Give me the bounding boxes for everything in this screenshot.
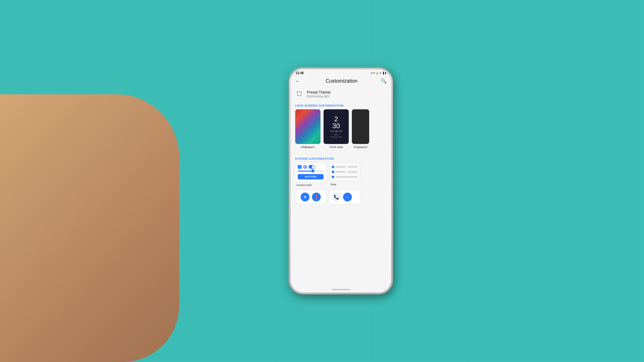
lock-screen-items: Wallpapers 2 30 Tue, Nov 29 99% Thickn: [291, 109, 391, 152]
status-bar: 12:48 N ▾ 🔒 ▾ ▐ ▮: [291, 69, 391, 76]
accent-toggle[interactable]: [308, 165, 315, 169]
phone-case: 12:48 N ▾ 🔒 ▾ ▐ ▮ ← Customization 🔍: [289, 68, 393, 294]
phone-icon: 📞: [332, 193, 341, 201]
tone-bar-1: [336, 166, 346, 167]
icon-card-1[interactable]: ▾ 📍: [295, 190, 326, 204]
clock-minute: 30: [332, 123, 340, 129]
accent-color-card[interactable]: BUTTON: [295, 162, 326, 182]
accent-color-label: Accent color: [295, 184, 326, 187]
tone-dot-1: [332, 166, 334, 168]
tone-row-1: [332, 166, 358, 168]
clock-thumbnail: 2 30 Tue, Nov 29 99% Thickness slider: [323, 109, 349, 144]
nav-icon-1: ▾: [301, 193, 309, 201]
section-divider: [291, 153, 391, 153]
wallpapers-label: Wallpapers: [301, 145, 315, 149]
tone-bar-1b: [347, 166, 358, 167]
accent-checkbox[interactable]: [298, 165, 302, 169]
nav-icon-2: 📍: [312, 193, 321, 201]
hand-background: [0, 94, 179, 362]
tone-bar-2: [336, 171, 346, 173]
accent-color-container: BUTTON Accent color: [295, 162, 326, 187]
message-icon: ···: [343, 193, 352, 201]
fingerprint-thumbnail: [352, 109, 369, 144]
bottom-indicator: [331, 289, 350, 290]
wallpaper-preview: [295, 109, 320, 144]
nfc-icon: N: [371, 72, 373, 74]
clock-style-label: Clock style: [329, 145, 343, 149]
tone-dot-3: [332, 176, 334, 178]
bottom-bar: [291, 286, 391, 293]
accent-radio[interactable]: [303, 165, 307, 169]
fingerprint-label: Fingerprint: [354, 145, 367, 149]
accent-slider-thumb: [311, 169, 314, 173]
preset-theme-subtitle: Illuminating light: [307, 95, 330, 98]
tone-label: Tone: [329, 183, 360, 186]
tone-container: Tone: [329, 162, 360, 187]
signal-icon: ▐: [382, 72, 384, 74]
clock-battery: 99%: [334, 134, 338, 135]
back-button[interactable]: ←: [295, 78, 300, 84]
accent-slider-fill: [298, 171, 312, 172]
clock-date: Tue, Nov 29: [330, 130, 342, 132]
phone-device: 12:48 N ▾ 🔒 ▾ ▐ ▮ ← Customization 🔍: [289, 68, 393, 294]
accent-button[interactable]: BUTTON: [298, 174, 324, 179]
tone-row-2: [332, 171, 358, 173]
search-icon[interactable]: 🔍: [380, 78, 387, 84]
clock-preview: 2 30 Tue, Nov 29 99% Thickness slider: [324, 109, 349, 144]
accent-slider[interactable]: [298, 171, 324, 172]
fingerprint-item[interactable]: Fingerprint: [352, 109, 369, 149]
lock-screen-section-header: LOCK SCREEN CUSTOMIZATION: [291, 101, 391, 109]
preset-theme-row[interactable]: Preset Theme Illuminating light: [291, 86, 391, 101]
phone-screen: 12:48 N ▾ 🔒 ▾ ▐ ▮ ← Customization 🔍: [291, 69, 391, 293]
battery-icon: ▮: [385, 72, 386, 74]
fingerprint-preview: [352, 109, 369, 144]
tone-dot-2: [332, 171, 334, 173]
clock-style-item[interactable]: 2 30 Tue, Nov 29 99% Thickness slider Cl…: [323, 109, 349, 149]
icon-circles: ▾ 📍: [301, 193, 321, 201]
tone-rows: [332, 165, 358, 179]
wifi-signal-icon: ▾: [380, 72, 381, 74]
shirt-icon: [296, 90, 303, 97]
tone-row-3: [332, 176, 358, 178]
wifi-icon: ▾: [374, 72, 375, 74]
wallpaper-thumbnail: [295, 109, 321, 144]
preset-theme-icon: [295, 90, 304, 98]
content-area: Preset Theme Illuminating light LOCK SCR…: [291, 86, 391, 286]
system-customization-section: SYSTEM CUSTOMIZATION: [291, 155, 391, 190]
wallpapers-item[interactable]: Wallpapers: [295, 109, 321, 149]
preset-theme-text: Preset Theme Illuminating light: [307, 90, 330, 98]
status-time: 12:48: [296, 71, 304, 75]
lock-icon: 🔒: [376, 72, 379, 74]
clock-hour: 2: [334, 116, 338, 123]
icon-row-section: ▾ 📍 📞 ···: [291, 190, 391, 204]
status-icons: N ▾ 🔒 ▾ ▐ ▮: [371, 72, 386, 74]
icon-card-2[interactable]: 📞 ···: [329, 190, 360, 204]
accent-controls-row: [298, 165, 324, 169]
top-navigation: ← Customization 🔍: [291, 76, 391, 86]
system-section-header: SYSTEM CUSTOMIZATION: [291, 155, 391, 162]
lock-screen-section: LOCK SCREEN CUSTOMIZATION Wallpapers: [291, 101, 391, 152]
system-items: BUTTON Accent color: [291, 162, 391, 190]
tone-card[interactable]: [329, 162, 360, 182]
preset-theme-title: Preset Theme: [307, 90, 330, 95]
tone-bar-3: [336, 176, 358, 178]
page-title: Customization: [303, 78, 380, 84]
tone-bar-2b: [347, 171, 358, 173]
clock-bottom: Thickness slider: [330, 136, 342, 138]
